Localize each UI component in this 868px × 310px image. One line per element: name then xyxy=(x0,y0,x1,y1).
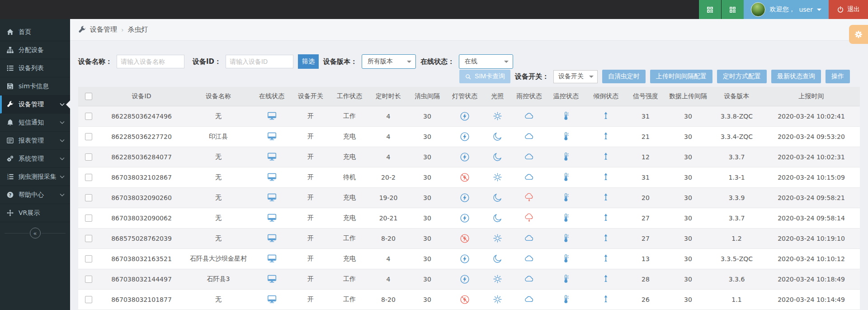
toolbar-buttons: 自清虫定时上传时间间隔配置定时方式配置最新状态查询操作 xyxy=(602,70,850,83)
bolt-off-icon xyxy=(460,172,470,182)
row-checkbox[interactable] xyxy=(85,113,92,120)
table-row: 867038032090062无开充电20-213027303.3.72020-… xyxy=(78,208,860,228)
cell-tilt xyxy=(586,126,626,147)
sidebar-item-sms-notification[interactable]: 短信通知 xyxy=(0,114,70,132)
cell-work: 工作 xyxy=(330,228,369,248)
select-all-checkbox[interactable] xyxy=(85,93,92,100)
cell-tilt xyxy=(586,167,626,187)
cell-online xyxy=(252,228,291,248)
row-checkbox[interactable] xyxy=(85,255,92,262)
timing-mode-config-button[interactable]: 定时方式配置 xyxy=(717,70,767,83)
thermo-icon xyxy=(561,234,571,243)
monitor-icon xyxy=(267,193,277,202)
sidebar-item-vr-display[interactable]: VR展示 xyxy=(0,204,70,222)
row-checkbox[interactable] xyxy=(85,194,92,201)
cell-name: 无 xyxy=(184,147,252,167)
cell-signal: 27 xyxy=(626,208,665,228)
row-checkbox[interactable] xyxy=(85,276,92,283)
cell-upload: 30 xyxy=(665,248,711,269)
cell-switch: 开 xyxy=(291,228,330,248)
cell-online xyxy=(252,147,291,167)
device-switch-value: 设备开关 xyxy=(558,72,584,81)
sitemap-icon xyxy=(5,47,15,53)
device-name-label: 设备名称： xyxy=(78,57,112,66)
upload-interval-config-button[interactable]: 上传时间间隔配置 xyxy=(650,70,712,83)
row-checkbox[interactable] xyxy=(85,153,92,161)
bolt-off-icon xyxy=(460,295,470,305)
cell-timing: 20-2 xyxy=(369,167,408,187)
cell-temp xyxy=(546,228,586,248)
cell-light xyxy=(483,187,512,208)
user-menu[interactable]: 欢迎您， user xyxy=(744,0,829,19)
row-checkbox[interactable] xyxy=(85,215,92,222)
sidebar-item-assign-devices[interactable]: 分配设备 xyxy=(0,41,70,59)
collapse-button[interactable]: « xyxy=(30,228,41,238)
cell-lamp xyxy=(447,289,483,310)
device-id-input[interactable] xyxy=(226,55,293,68)
pole-icon xyxy=(601,111,611,121)
sidebar-item-device-list[interactable]: 设备列表 xyxy=(0,59,70,77)
cell-lamp xyxy=(447,147,483,167)
row-checkbox[interactable] xyxy=(85,235,92,242)
cell-clean: 30 xyxy=(408,228,447,248)
bolt-on-icon xyxy=(460,152,470,162)
qr-button-1[interactable] xyxy=(698,0,721,19)
table-row: 868575028762039无开工作8-203027301.22020-03-… xyxy=(78,228,860,248)
device-name-input[interactable] xyxy=(117,55,184,68)
moon-icon xyxy=(493,213,502,223)
auto-clean-timing-button[interactable]: 自清虫定时 xyxy=(602,70,646,83)
sidebar-item-label: 首页 xyxy=(19,28,31,36)
cell-rain xyxy=(512,147,546,167)
cell-switch: 开 xyxy=(291,269,330,289)
cell-signal: 20 xyxy=(626,187,665,208)
column-header: 清虫间隔 xyxy=(408,87,447,106)
row-checkbox[interactable] xyxy=(85,133,92,140)
operation-button[interactable]: 操作 xyxy=(826,70,850,83)
chevron-down-icon xyxy=(589,76,594,80)
divider xyxy=(42,233,66,234)
cell-online xyxy=(252,126,291,147)
cell-tilt xyxy=(586,269,626,289)
search-icon xyxy=(465,73,472,80)
settings-gear-button[interactable] xyxy=(849,25,868,44)
cell-clean: 30 xyxy=(408,167,447,187)
cell-work: 工作 xyxy=(330,269,369,289)
cell-work: 充电 xyxy=(330,147,369,167)
thermo-icon xyxy=(561,132,571,141)
sidebar-item-device-management[interactable]: 设备管理 xyxy=(0,95,70,114)
sun-icon xyxy=(493,274,502,284)
qrcode-icon xyxy=(706,6,714,14)
sidebar-item-report-management[interactable]: 报表管理 xyxy=(0,132,70,150)
chevron-down-icon xyxy=(60,103,65,106)
row-checkbox[interactable] xyxy=(85,174,92,181)
cell-light xyxy=(483,147,512,167)
thermo-icon xyxy=(561,295,571,304)
cell-upload: 30 xyxy=(665,289,711,310)
latest-status-query-button[interactable]: 最新状态查询 xyxy=(771,70,821,83)
cell-id: 867038032163521 xyxy=(99,248,184,269)
column-header: 倾倒状态 xyxy=(586,87,626,106)
sidebar-item-sim-card-info[interactable]: sim卡信息 xyxy=(0,77,70,95)
cell-time: 2020-03-24 10:18:49 xyxy=(763,269,860,289)
sidebar-item-label: 设备管理 xyxy=(19,100,44,109)
sidebar-item-system-management[interactable]: 系统管理 xyxy=(0,150,70,168)
cell-checkbox xyxy=(78,106,99,126)
cell-rain xyxy=(512,126,546,147)
cell-lamp xyxy=(447,248,483,269)
sidebar-item-home[interactable]: 首页 xyxy=(0,23,70,41)
logout-button[interactable]: 退出 xyxy=(829,0,868,19)
breadcrumb-section[interactable]: 设备管理 xyxy=(90,25,117,34)
row-checkbox[interactable] xyxy=(85,296,92,303)
online-status-select[interactable]: 在线 xyxy=(459,54,513,69)
moon-icon xyxy=(493,132,502,141)
sidebar-item-pest-report-collection[interactable]: 123病虫测报采集 xyxy=(0,168,70,186)
sidebar-item-help-center[interactable]: ?帮助中心 xyxy=(0,186,70,204)
qr-button-2[interactable] xyxy=(721,0,744,19)
sim-query-button[interactable]: SIM卡查询 xyxy=(459,70,510,83)
device-switch-select[interactable]: 设备开关 xyxy=(553,70,598,83)
filter-button[interactable]: 筛选 xyxy=(298,54,319,69)
device-version-select[interactable]: 所有版本 xyxy=(362,54,416,69)
pole-icon xyxy=(601,274,611,284)
chevron-down-icon xyxy=(60,157,65,161)
cell-checkbox xyxy=(78,147,99,167)
